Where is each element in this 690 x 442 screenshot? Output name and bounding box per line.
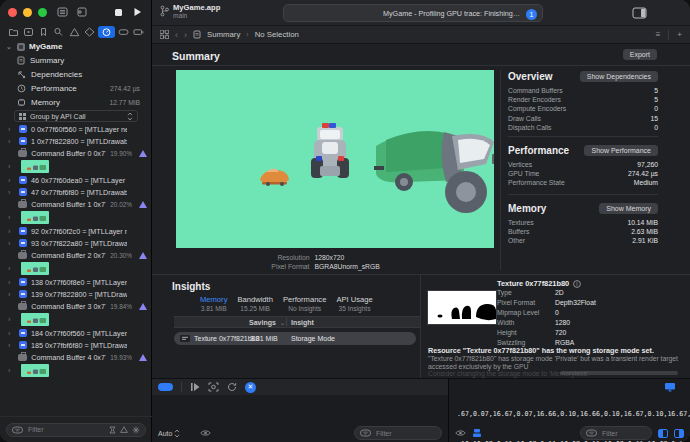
sidebar-filter-input[interactable]	[26, 425, 106, 434]
frame-capture-icon[interactable]	[208, 382, 219, 392]
disclosure-icon[interactable]: ›	[8, 367, 15, 374]
right-console-filter-input[interactable]	[600, 429, 646, 438]
tree-row-event[interactable]: ›46 0x77f60dea0 = [MTLLayer nex…	[0, 174, 152, 186]
eye-icon[interactable]	[455, 429, 466, 437]
tree-row-event[interactable]: ›185 0x77fbf6f80 = [MTLDrawable…	[0, 339, 152, 351]
sidebar-filter-field[interactable]	[6, 423, 146, 437]
battery-icon[interactable]	[132, 26, 145, 38]
inspector-toggle-icon[interactable]	[632, 7, 647, 19]
zoom-window-button[interactable]	[38, 8, 47, 17]
disclosure-icon[interactable]: ›	[8, 265, 15, 272]
info-icon[interactable]	[573, 280, 581, 288]
tree-row-event[interactable]: ›139 0x77f822800 = [MTLDrawabl…	[0, 288, 152, 300]
frame-thumbnail[interactable]	[21, 313, 49, 326]
disclosure-icon[interactable]: ›	[8, 189, 15, 196]
show-dependencies-button[interactable]: Show Dependencies	[580, 71, 658, 82]
disclosure-icon[interactable]: ›	[8, 330, 15, 337]
tree-row-command-buffer[interactable]: Command Buffer 2 0x77…20.30%	[0, 249, 152, 261]
activity-badge[interactable]: 1	[526, 9, 537, 20]
disclosure-icon[interactable]: ›	[8, 126, 15, 133]
activity-view[interactable]: MyGame - Profiling GPU trace: Finishing……	[283, 4, 543, 22]
forward-chevron-icon[interactable]: ›	[184, 30, 187, 40]
show-left-console-panel-icon[interactable]	[658, 429, 668, 438]
tree-row-command-buffer[interactable]: Command Buffer 0 0x77…19.90%	[0, 147, 152, 159]
back-chevron-icon[interactable]: ‹	[175, 30, 178, 40]
savings-column-header[interactable]: Savings	[249, 319, 276, 326]
tree-row-thumbnail[interactable]: ›	[0, 363, 152, 378]
folder-icon[interactable]	[7, 26, 20, 38]
breadcrumb-summary[interactable]: Summary	[207, 30, 240, 39]
disclosure-icon[interactable]: ›	[8, 342, 15, 349]
right-console-filter-field[interactable]	[580, 426, 652, 440]
frame-thumbnail[interactable]	[21, 160, 49, 173]
sparkle-filter-icon[interactable]	[132, 426, 140, 434]
list-view-icon[interactable]: ≡	[656, 31, 661, 39]
show-right-console-panel-icon[interactable]	[674, 429, 684, 438]
disclosure-icon[interactable]: ›	[8, 138, 15, 145]
left-console-filter-input[interactable]	[374, 429, 436, 438]
sidebar-item-memory[interactable]: Memory 12.77 MiB	[0, 95, 152, 109]
play-button[interactable]	[131, 6, 144, 18]
bookmark-icon[interactable]	[37, 26, 50, 38]
frame-thumbnail[interactable]	[21, 364, 49, 377]
toolbar-list-icon[interactable]	[56, 6, 69, 18]
test-diamond-icon[interactable]	[83, 26, 96, 38]
disclosure-icon[interactable]: ›	[8, 228, 15, 235]
capsule-icon[interactable]	[117, 26, 130, 38]
insights-tab-bandwidth[interactable]: Bandwidth15.25 MiB	[237, 295, 272, 312]
breadcrumb-selection[interactable]: No Selection	[255, 30, 299, 39]
insights-tab-performance[interactable]: PerformanceNo Insights	[283, 295, 326, 312]
disclosure-icon[interactable]: ›	[8, 163, 15, 170]
tree-root-mygame[interactable]: ⌄ MyGame	[0, 40, 152, 53]
tree-row-event[interactable]: ›0 0x77f60f560 = [MTLLayer next…	[0, 123, 152, 135]
insights-tab-api-usage[interactable]: API Usage35 Insights	[336, 295, 372, 312]
export-button[interactable]: Export	[623, 49, 657, 60]
sidebar-item-dependencies[interactable]: Dependencies	[0, 67, 152, 81]
insight-column-header[interactable]: Insight	[291, 319, 314, 326]
insights-tab-memory[interactable]: Memory3.81 MiB	[200, 295, 227, 312]
close-window-button[interactable]	[8, 8, 17, 17]
stop-button[interactable]	[112, 6, 125, 18]
tree-row-thumbnail[interactable]: ›	[0, 261, 152, 276]
tree-row-command-buffer[interactable]: Command Buffer 1 0x77…20.02%	[0, 198, 152, 210]
replay-icon[interactable]	[227, 382, 237, 392]
console-scope-dropdown[interactable]: Auto	[158, 429, 180, 438]
tree-row-thumbnail[interactable]: ›	[0, 210, 152, 225]
tree-row-event[interactable]: ›184 0x77f60f560 = [MTLLayer ne…	[0, 327, 152, 339]
scheme-selector[interactable]: MyGame.app main	[160, 3, 220, 20]
show-memory-button[interactable]: Show Memory	[599, 203, 658, 214]
insight-row-selected[interactable]: Texture 0x77f821b80 3.81 MiB Storage Mod…	[174, 332, 416, 345]
minimize-window-button[interactable]	[23, 8, 32, 17]
add-tab-icon[interactable]: +	[677, 31, 682, 39]
framebuffer-preview[interactable]	[176, 70, 494, 248]
tree-row-event[interactable]: ›92 0x77f60f2c0 = [MTLLayer next…	[0, 225, 152, 237]
left-console-filter-field[interactable]	[354, 426, 442, 440]
disclosure-icon[interactable]: ›	[8, 316, 15, 323]
horizontal-scrollbar[interactable]	[560, 371, 678, 375]
issues-warning-icon[interactable]	[68, 26, 81, 38]
disclosure-icon[interactable]: ›	[8, 214, 15, 221]
group-by-dropdown[interactable]: Group by API Call	[14, 110, 138, 122]
frame-thumbnail[interactable]	[21, 262, 49, 275]
related-items-icon[interactable]	[160, 30, 169, 39]
gpu-frame-navigator-icon[interactable]	[98, 26, 115, 38]
continue-program-icon[interactable]	[190, 382, 200, 392]
tree-row-thumbnail[interactable]: ›	[0, 159, 152, 174]
depth-texture-thumbnail[interactable]	[427, 290, 497, 325]
frame-thumbnail[interactable]	[21, 211, 49, 224]
hourglass-filter-icon[interactable]	[109, 426, 116, 434]
disclosure-icon[interactable]: ›	[8, 291, 15, 298]
sidebar-item-performance[interactable]: Performance 274.42 µs	[0, 81, 152, 95]
eye-icon[interactable]	[200, 429, 211, 437]
disclosure-icon[interactable]: ›	[8, 279, 15, 286]
sidebar-item-summary[interactable]: Summary	[0, 53, 152, 67]
add-editor-icon[interactable]	[75, 6, 88, 18]
tree-row-command-buffer[interactable]: Command Buffer 3 0x77…19.84%	[0, 300, 152, 312]
warning-filter-icon[interactable]	[120, 426, 128, 433]
stacked-output-icon[interactable]	[472, 428, 482, 438]
show-performance-button[interactable]: Show Performance	[584, 145, 658, 156]
tree-row-event[interactable]: ›138 0x77f60f8e0 = [MTLLayer nex…	[0, 276, 152, 288]
search-icon[interactable]	[52, 26, 65, 38]
tree-row-command-buffer[interactable]: Command Buffer 4 0x77…19.93%	[0, 351, 152, 363]
disclosure-icon[interactable]: ›	[8, 240, 15, 247]
